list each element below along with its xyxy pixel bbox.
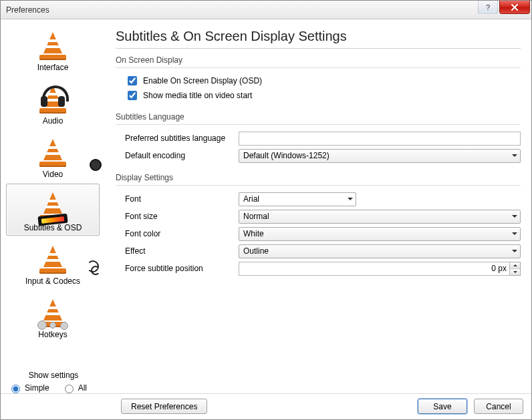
show-settings-simple-radio[interactable] bbox=[11, 385, 20, 393]
default-encoding-label: Default encoding bbox=[125, 151, 239, 160]
font-combo[interactable]: Arial bbox=[239, 192, 356, 206]
film-reel-icon bbox=[90, 159, 102, 171]
sidebar-item-input-codecs[interactable]: Input & Codecs bbox=[6, 237, 100, 289]
group-osd: On Screen Display Enable On Screen Displ… bbox=[116, 55, 521, 103]
font-color-label: Font color bbox=[125, 229, 239, 238]
group-subtitles-language: Subtitles Language Preferred subtitles l… bbox=[116, 112, 521, 164]
group-title: Display Settings bbox=[116, 173, 521, 184]
preferred-language-input[interactable] bbox=[239, 132, 521, 146]
effect-combo[interactable]: Outline bbox=[239, 244, 521, 258]
force-position-spinner[interactable] bbox=[510, 262, 521, 276]
show-title-label: Show media title on video start bbox=[143, 91, 252, 100]
help-button[interactable]: ? bbox=[478, 1, 498, 14]
enable-osd-checkbox[interactable]: Enable On Screen Display (OSD) bbox=[116, 73, 521, 88]
font-color-combo[interactable]: White bbox=[239, 227, 521, 241]
gears-icon bbox=[37, 319, 68, 330]
sidebar-item-audio[interactable]: Audio bbox=[6, 77, 100, 129]
default-encoding-value: Default (Windows-1252) bbox=[243, 151, 329, 160]
cable-icon bbox=[87, 260, 100, 275]
show-title-checkbox[interactable]: Show media title on video start bbox=[116, 88, 521, 103]
save-button[interactable]: Save bbox=[418, 399, 467, 414]
settings-panel: Subtitles & On Screen Display Settings O… bbox=[105, 19, 531, 393]
font-size-label: Font size bbox=[125, 212, 239, 221]
sidebar-item-label: Audio bbox=[8, 116, 98, 126]
cone-icon bbox=[39, 31, 66, 60]
spin-up-icon[interactable] bbox=[510, 262, 520, 268]
show-settings-all[interactable]: All bbox=[61, 383, 87, 393]
force-position-label: Force subtitle position bbox=[125, 264, 239, 273]
cone-icon bbox=[39, 138, 66, 167]
chevron-down-icon bbox=[512, 154, 517, 157]
show-settings-simple-label: Simple bbox=[25, 383, 49, 393]
sidebar-item-label: Input & Codecs bbox=[8, 276, 98, 286]
show-settings-all-radio[interactable] bbox=[65, 385, 74, 393]
sidebar-item-label: Hotkeys bbox=[8, 330, 98, 339]
group-display-settings: Display Settings Font Arial Font size No… bbox=[116, 173, 521, 276]
cone-icon bbox=[39, 244, 66, 274]
sidebar-item-video[interactable]: Video bbox=[6, 130, 100, 182]
enable-osd-label: Enable On Screen Display (OSD) bbox=[143, 76, 262, 85]
titlebar: Preferences ? bbox=[1, 1, 531, 19]
preferred-language-label: Preferred subtitles language bbox=[125, 134, 239, 143]
font-label: Font bbox=[125, 194, 239, 204]
enable-osd-input[interactable] bbox=[128, 76, 137, 85]
show-settings-all-label: All bbox=[78, 383, 87, 393]
sidebar-item-label: Video bbox=[8, 170, 98, 179]
group-title: On Screen Display bbox=[116, 55, 521, 66]
default-encoding-combo[interactable]: Default (Windows-1252) bbox=[239, 149, 521, 163]
group-title: Subtitles Language bbox=[116, 112, 521, 123]
sidebar-item-label: Interface bbox=[8, 63, 98, 72]
show-title-input[interactable] bbox=[128, 91, 137, 100]
reset-preferences-button[interactable]: Reset Preferences bbox=[121, 399, 207, 414]
font-size-value: Normal bbox=[243, 212, 269, 221]
show-settings-label: Show settings bbox=[7, 371, 100, 380]
effect-label: Effect bbox=[125, 246, 239, 256]
sidebar-item-hotkeys[interactable]: Hotkeys bbox=[6, 290, 100, 343]
chevron-down-icon bbox=[512, 215, 517, 218]
effect-value: Outline bbox=[243, 246, 269, 256]
window-title: Preferences bbox=[6, 5, 49, 15]
sidebar-item-interface[interactable]: Interface bbox=[6, 23, 100, 75]
sidebar-item-subtitles-osd[interactable]: Subtitles & OSD bbox=[6, 184, 100, 236]
show-settings-group: Show settings Simple All bbox=[7, 371, 100, 395]
headphones-icon bbox=[38, 84, 68, 114]
font-value: Arial bbox=[243, 194, 259, 204]
category-sidebar: Interface Audio Video Subtitles & OSD bbox=[1, 19, 105, 393]
sidebar-item-label: Subtitles & OSD bbox=[8, 223, 98, 232]
force-position-input[interactable] bbox=[239, 262, 510, 276]
footer-bar: Reset Preferences Save Cancel bbox=[1, 393, 531, 419]
spin-down-icon[interactable] bbox=[510, 268, 520, 275]
cancel-button[interactable]: Cancel bbox=[474, 399, 523, 414]
close-button[interactable] bbox=[499, 1, 530, 14]
font-size-combo[interactable]: Normal bbox=[239, 210, 521, 224]
font-color-value: White bbox=[243, 229, 264, 238]
show-settings-simple[interactable]: Simple bbox=[8, 383, 49, 393]
chevron-down-icon bbox=[512, 250, 517, 252]
page-heading: Subtitles & On Screen Display Settings bbox=[116, 29, 521, 44]
chevron-down-icon bbox=[348, 198, 353, 200]
chevron-down-icon bbox=[512, 232, 517, 235]
